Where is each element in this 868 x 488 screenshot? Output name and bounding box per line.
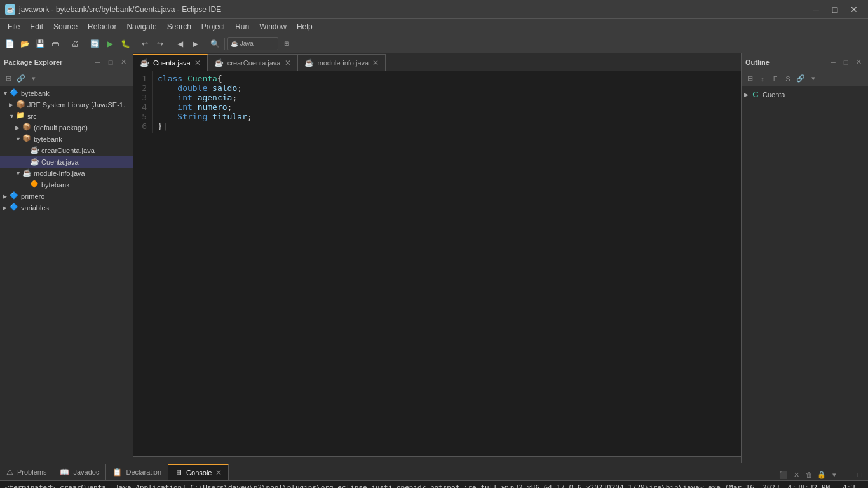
tab-crear-label: crearCuenta.java [227,59,281,67]
tab-cuenta-close[interactable]: ✕ [194,58,201,67]
menubar: File Edit Source Refactor Navigate Searc… [0,19,868,34]
crear-cuenta-label: crearCuenta.java [41,147,95,154]
toolbar-refresh[interactable]: 🔄 [88,37,102,51]
tree-item-primero[interactable]: ▶ 🔷 primero [0,191,133,202]
outline-maximize[interactable]: □ [840,57,851,68]
eclipse-icon: ☕ [5,4,15,15]
menu-file[interactable]: File [3,19,25,34]
minimize-button[interactable]: ─ [807,3,825,16]
editor-tab-crear[interactable]: ☕ crearCuenta.java ✕ [208,54,298,71]
toolbar-print[interactable]: 🖨 [68,37,82,51]
javadoc-icon: 📖 [60,468,69,477]
tab-module-close[interactable]: ✕ [372,58,379,67]
toolbar-undo[interactable]: ↩ [138,37,152,51]
toolbar-build[interactable]: ▶ [103,37,117,51]
outline-collapse[interactable]: ⊟ [744,73,756,85]
line-num-1: 1 [139,74,147,83]
tree-item-variables[interactable]: ▶ 🔷 variables [0,202,133,214]
tree-item-bytebank[interactable]: ▼ 🔷 bytebank [0,88,133,99]
editor-tab-module[interactable]: ☕ module-info.java ✕ [298,54,386,71]
pe-options[interactable]: ▾ [28,73,39,85]
variables-icon: 🔷 [9,203,19,213]
tree-item-bytebank-sub[interactable]: 🔶 bytebank [0,179,133,191]
bottom-tab-javadoc[interactable]: 📖 Javadoc [53,464,106,480]
tab-crear-close[interactable]: ✕ [285,58,291,67]
outline-sort[interactable]: ↕ [757,73,768,85]
expand-arrow-variables: ▶ [3,205,9,211]
console-close[interactable]: ✕ [215,468,222,477]
toolbar-search[interactable]: 🔍 [208,37,222,51]
bytebank-pkg-label: bytebank [34,135,62,143]
bottom-minimize[interactable]: ─ [841,469,853,480]
console-scroll-lock[interactable]: 🔒 [816,469,827,480]
tree-item-crear-cuenta[interactable]: ☕ crearCuenta.java [0,145,133,156]
pe-title: Package Explorer [4,58,62,66]
menu-help[interactable]: Help [292,19,318,34]
problems-label: Problems [17,468,46,476]
outline-minimize[interactable]: ─ [827,57,839,68]
menu-refactor[interactable]: Refactor [83,19,121,34]
outline-header-controls: ─ □ ✕ [827,57,864,68]
tree-item-module-info[interactable]: ▼ ☕ module-info.java [0,168,133,179]
outline-hide-static[interactable]: S [782,73,794,85]
titlebar-controls: ─ □ ✕ [807,3,863,16]
tree-item-src[interactable]: ▼ 📁 src [0,111,133,122]
tree-item-bytebank-pkg[interactable]: ▼ 📦 bytebank [0,133,133,145]
horizontal-scrollbar[interactable] [133,456,741,463]
pe-maximize[interactable]: □ [105,57,116,68]
line-num-6: 6 [139,121,147,131]
console-clear[interactable]: 🗑 [803,469,815,480]
toolbar-save[interactable]: 💾 [33,37,47,51]
console-label: Console [186,469,212,477]
toolbar-debug[interactable]: 🐛 [118,37,132,51]
toolbar-new[interactable]: 📄 [3,37,17,51]
perspective-selector[interactable]: ☕ Java [227,37,278,50]
console-terminate[interactable]: ⬛ [778,469,789,480]
console-options[interactable]: ▾ [829,469,840,480]
close-button[interactable]: ✕ [845,3,863,16]
code-content[interactable]: class Cuenta{ double saldo; int agencia;… [153,71,741,133]
outline-link[interactable]: 🔗 [795,73,806,85]
bottom-tab-declaration[interactable]: 📋 Declaration [106,464,168,480]
tree-item-jre[interactable]: ▶ 📦 JRE System Library [JavaSE-1... [0,99,133,111]
menu-run[interactable]: Run [230,19,254,34]
bottom-tab-console[interactable]: 🖥 Console ✕ [168,464,229,480]
tree-item-default-pkg[interactable]: ▶ 📦 (default package) [0,122,133,133]
default-pkg-label: (default package) [34,124,88,132]
outline-hide-fields[interactable]: F [770,73,781,85]
menu-edit[interactable]: Edit [25,19,48,34]
toolbar-open[interactable]: 📂 [18,37,32,51]
outline-class-cuenta[interactable]: ▶ C Cuenta [744,89,865,100]
console-remove[interactable]: ✕ [790,469,802,480]
pe-collapse[interactable]: ⊟ [3,73,14,85]
maximize-button[interactable]: □ [826,3,844,16]
editor-tab-bar: ☕ Cuenta.java ✕ ☕ crearCuenta.java ✕ ☕ m… [133,53,741,71]
pe-close[interactable]: ✕ [118,57,129,68]
outline-options[interactable]: ▾ [808,73,819,85]
toolbar-prev[interactable]: ◀ [173,37,187,51]
pe-link-editor[interactable]: 🔗 [15,73,27,85]
tree-item-cuenta[interactable]: ☕ Cuenta.java [0,156,133,168]
toolbar-perspectives[interactable]: ⊞ [280,37,294,51]
pe-minimize[interactable]: ─ [92,57,104,68]
editor-content[interactable]: 1 2 3 4 5 6 class Cuenta{ double saldo; … [133,71,741,456]
menu-source[interactable]: Source [48,19,83,34]
menu-window[interactable]: Window [254,19,292,34]
bottom-maximize[interactable]: □ [854,469,865,480]
console-icon: 🖥 [175,468,182,477]
menu-search[interactable]: Search [162,19,196,34]
editor-area: ☕ Cuenta.java ✕ ☕ crearCuenta.java ✕ ☕ m… [133,53,741,463]
toolbar-redo[interactable]: ↪ [153,37,167,51]
menu-project[interactable]: Project [196,19,230,34]
toolbar: 📄 📂 💾 🗃 🖨 🔄 ▶ 🐛 ↩ ↪ ◀ ▶ 🔍 ☕ Java ⊞ [0,34,868,53]
pe-controls: ─ □ ✕ [92,57,129,68]
outline-close[interactable]: ✕ [853,57,864,68]
menu-navigate[interactable]: Navigate [121,19,161,34]
bottom-tab-problems[interactable]: ⚠ Problems [0,464,53,480]
editor-tab-cuenta[interactable]: ☕ Cuenta.java ✕ [133,54,208,71]
toolbar-next[interactable]: ▶ [188,37,202,51]
toolbar-save-all[interactable]: 🗃 [48,37,62,51]
outline-tree: ▶ C Cuenta [742,86,868,463]
bottom-panels: ⚠ Problems 📖 Javadoc 📋 Declaration 🖥 Con… [0,463,868,488]
tab-module-label: module-info.java [318,59,369,67]
